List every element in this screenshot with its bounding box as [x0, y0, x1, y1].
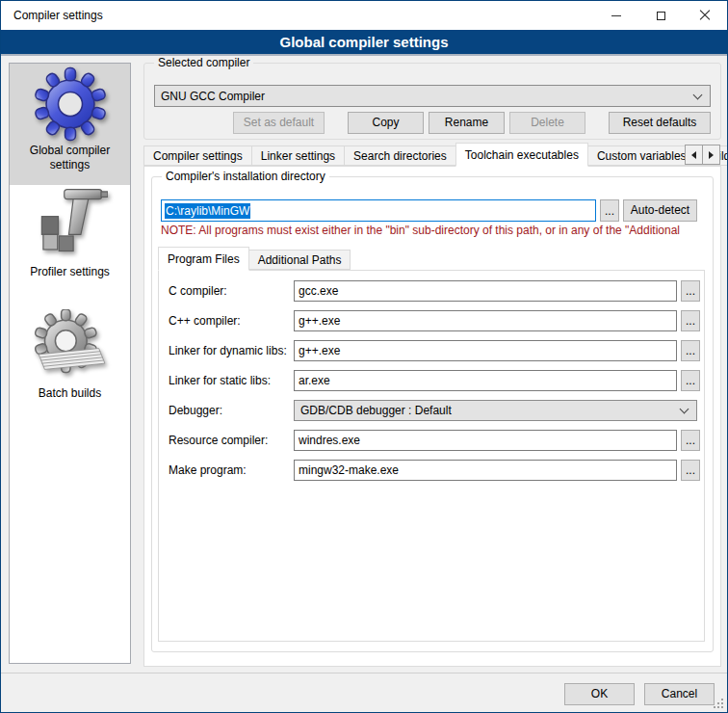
close-icon	[699, 10, 711, 21]
tab-scroll-left-button[interactable]	[685, 145, 703, 165]
settings-tabstrip: Compiler settings Linker settings Search…	[143, 143, 686, 166]
delete-button[interactable]: Delete	[509, 112, 585, 134]
tab-custom-variables[interactable]: Custom variables	[587, 145, 696, 166]
linker-dynamic-browse-button[interactable]: ...	[681, 340, 700, 361]
banner-title: Global compiler settings	[279, 34, 448, 50]
reset-defaults-button[interactable]: Reset defaults	[609, 112, 711, 134]
compiler-settings-window: Compiler settings Global compiler settin…	[0, 0, 728, 713]
selected-compiler-group-label: Selected compiler	[154, 56, 253, 69]
resize-grip[interactable]	[721, 706, 723, 708]
bin-subdirectory-note: NOTE: All programs must exist either in …	[161, 224, 712, 237]
chevron-down-icon	[693, 90, 703, 99]
minimize-button[interactable]	[594, 1, 638, 30]
tab-program-files[interactable]: Program Files	[158, 247, 249, 271]
linker-static-input[interactable]	[294, 370, 677, 391]
make-program-browse-button[interactable]: ...	[681, 460, 700, 481]
copy-button[interactable]: Copy	[348, 112, 424, 134]
tab-linker-settings[interactable]: Linker settings	[251, 145, 345, 166]
tab-compiler-settings[interactable]: Compiler settings	[143, 145, 252, 166]
tab-additional-paths[interactable]: Additional Paths	[248, 250, 351, 270]
installation-directory-browse-button[interactable]: ...	[600, 199, 619, 222]
window-controls	[594, 1, 727, 30]
ok-button[interactable]: OK	[564, 683, 635, 705]
sidebar-item-batch-builds[interactable]: Batch builds	[10, 306, 130, 428]
maximize-icon	[657, 12, 665, 20]
field-label: Debugger:	[169, 400, 222, 421]
selected-compiler-group: Selected compiler GNU GCC Compiler Set a…	[143, 63, 721, 140]
resource-compiler-browse-button[interactable]: ...	[681, 430, 700, 451]
linker-static-browse-button[interactable]: ...	[681, 370, 700, 391]
program-files-page: C compiler: ... C++ compiler: ... Linker…	[158, 270, 705, 642]
installation-directory-value: C:\raylib\MinGW	[165, 203, 250, 219]
cpp-compiler-browse-button[interactable]: ...	[681, 310, 700, 331]
linker-dynamic-input[interactable]	[294, 340, 677, 361]
make-program-input[interactable]	[294, 460, 677, 481]
tab-scroll-right-button[interactable]	[702, 145, 720, 165]
installation-directory-input[interactable]: C:\raylib\MinGW	[161, 199, 596, 222]
field-label: Make program:	[169, 460, 247, 481]
dialog-banner: Global compiler settings	[1, 30, 727, 56]
tab-scroll-buttons	[686, 145, 720, 165]
c-compiler-input[interactable]	[294, 280, 677, 302]
installation-directory-group-label: Compiler's installation directory	[162, 170, 329, 183]
footer-divider	[1, 673, 727, 673]
debugger-value: GDB/CDB debugger : Default	[300, 404, 681, 417]
gray-gear-stack-icon	[33, 309, 108, 384]
arrow-left-icon	[691, 151, 696, 159]
category-list: Global compiler settings Profile	[9, 63, 131, 664]
set-as-default-button[interactable]: Set as default	[233, 112, 325, 134]
sidebar-item-label: Profiler settings	[26, 265, 114, 279]
sidebar-item-label: Global compiler settings	[10, 144, 130, 172]
sidebar-item-label: Batch builds	[35, 386, 105, 401]
tab-search-directories[interactable]: Search directories	[344, 145, 456, 166]
resource-compiler-input[interactable]	[294, 430, 677, 451]
field-label: Linker for static libs:	[169, 370, 271, 391]
selected-compiler-value: GNU GCC Compiler	[161, 90, 694, 103]
sidebar-item-profiler-settings[interactable]: Profiler settings	[10, 185, 130, 306]
selected-compiler-dropdown[interactable]: GNU GCC Compiler	[154, 85, 711, 107]
field-label: C compiler:	[169, 280, 227, 302]
caliper-blocks-icon	[33, 188, 108, 263]
tab-toolchain-executables[interactable]: Toolchain executables	[455, 143, 588, 167]
rename-button[interactable]: Rename	[429, 112, 505, 134]
field-label: Resource compiler:	[169, 430, 268, 451]
sidebar-item-global-compiler-settings[interactable]: Global compiler settings	[10, 64, 130, 185]
maximize-button[interactable]	[638, 1, 683, 30]
cpp-compiler-input[interactable]	[294, 310, 677, 331]
c-compiler-browse-button[interactable]: ...	[681, 280, 700, 302]
chevron-down-icon	[680, 405, 689, 414]
auto-detect-button[interactable]: Auto-detect	[623, 199, 697, 222]
blue-gear-icon	[33, 66, 108, 142]
debugger-dropdown[interactable]: GDB/CDB debugger : Default	[294, 400, 697, 421]
window-title: Compiler settings	[13, 9, 103, 22]
titlebar[interactable]: Compiler settings	[1, 1, 727, 30]
field-label: C++ compiler:	[169, 310, 241, 331]
cancel-button[interactable]: Cancel	[644, 683, 715, 705]
minimize-icon	[611, 15, 621, 16]
field-label: Linker for dynamic libs:	[169, 340, 287, 361]
close-button[interactable]	[683, 1, 727, 30]
programs-tabstrip: Program Files Additional Paths	[158, 247, 447, 270]
arrow-right-icon	[709, 151, 714, 159]
